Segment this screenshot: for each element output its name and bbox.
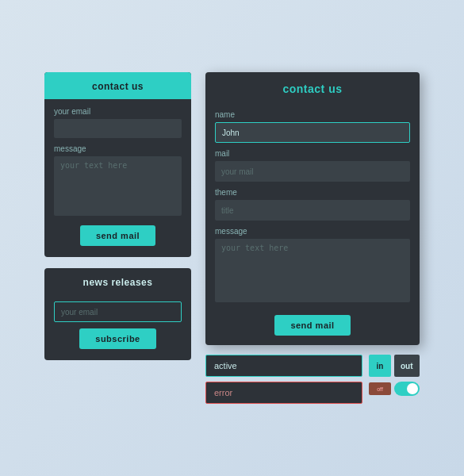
error-status-field: error: [205, 382, 362, 404]
message-textarea[interactable]: [54, 156, 182, 216]
left-column: contact us your email message send mail …: [44, 72, 191, 360]
name-label: name: [215, 110, 410, 119]
active-label: active: [214, 361, 237, 370]
send-mail-button-left[interactable]: send mail: [80, 225, 155, 246]
toggle-off[interactable]: off: [369, 382, 391, 395]
email-label: your email: [54, 107, 182, 116]
message-label: message: [54, 144, 182, 153]
right-message-label: message: [215, 227, 410, 236]
btn-out[interactable]: out: [394, 355, 420, 377]
mail-label: mail: [215, 149, 410, 158]
news-email-input[interactable]: [54, 301, 182, 322]
right-column: contact us name mail theme message send …: [205, 72, 420, 404]
email-input[interactable]: [54, 119, 182, 138]
contact-right-body: name mail theme message send mail: [205, 101, 420, 345]
contact-left-title: contact us: [92, 81, 144, 92]
btn-in[interactable]: in: [369, 355, 391, 377]
contact-right-header: contact us: [205, 72, 420, 101]
mail-input[interactable]: [215, 161, 410, 182]
send-mail-button-right[interactable]: send mail: [274, 315, 350, 336]
contact-right-title: contact us: [282, 83, 342, 95]
toggle-on[interactable]: [394, 382, 420, 396]
news-header: news releases: [44, 268, 191, 295]
news-releases-card: news releases subscribe: [44, 268, 191, 360]
contact-left-body: your email message send mail: [44, 99, 191, 257]
error-label: error: [214, 388, 232, 397]
toggle-off-label: off: [377, 386, 383, 392]
news-body: subscribe: [44, 295, 191, 360]
news-title: news releases: [83, 277, 153, 288]
theme-input[interactable]: [215, 200, 410, 221]
in-out-buttons: in out: [369, 355, 420, 377]
contact-right-card: contact us name mail theme message send …: [205, 72, 420, 345]
subscribe-button[interactable]: subscribe: [79, 328, 155, 349]
contact-left-card: contact us your email message send mail: [44, 72, 191, 257]
theme-label: theme: [215, 188, 410, 197]
right-message-textarea[interactable]: [215, 239, 410, 302]
status-inputs: active error: [205, 355, 362, 404]
active-status-field: active: [205, 355, 362, 377]
contact-left-header: contact us: [44, 72, 191, 99]
name-input[interactable]: [215, 122, 410, 143]
action-buttons: in out off: [369, 355, 420, 396]
bottom-controls: active error in out off: [205, 355, 420, 404]
toggle-row: off: [369, 382, 420, 396]
